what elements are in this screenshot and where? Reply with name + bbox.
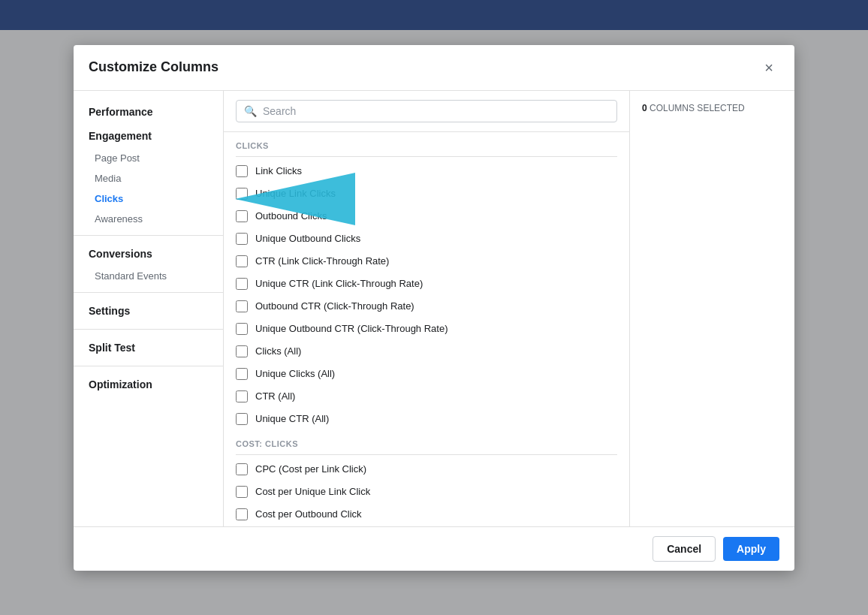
apply-button[interactable]: Apply [723, 537, 779, 561]
checkbox-label-cost-unique-link: Cost per Unique Link Click [255, 486, 370, 497]
checkbox-label-cost-outbound: Cost per Outbound Click [255, 508, 362, 520]
checkbox-cost-outbound[interactable] [236, 508, 248, 520]
checkbox-unique-ctr-link[interactable] [236, 278, 248, 290]
sidebar-item-media[interactable]: Media [74, 168, 223, 188]
checkbox-item-unique-clicks-all[interactable]: Unique Clicks (All) [236, 363, 617, 385]
checkbox-unique-outbound-clicks[interactable] [236, 233, 248, 245]
checkbox-item-unique-ctr-link[interactable]: Unique CTR (Link Click-Through Rate) [236, 273, 617, 295]
checkbox-unique-link-clicks[interactable] [236, 188, 248, 200]
cancel-button[interactable]: Cancel [653, 536, 716, 562]
checkbox-item-unique-outbound-clicks[interactable]: Unique Outbound Clicks [236, 228, 617, 250]
checkbox-item-ctr-all[interactable]: CTR (All) [236, 385, 617, 408]
sidebar-item-awareness[interactable]: Awareness [74, 209, 223, 229]
checkbox-label-ctr-all: CTR (All) [255, 390, 295, 402]
sidebar-divider-4 [74, 366, 223, 366]
checkbox-label-link-clicks: Link Clicks [255, 165, 302, 176]
checkbox-item-outbound-ctr[interactable]: Outbound CTR (Click-Through Rate) [236, 295, 617, 318]
checkbox-unique-outbound-ctr[interactable] [236, 323, 248, 335]
checkbox-link-clicks[interactable] [236, 165, 248, 177]
checkbox-outbound-ctr[interactable] [236, 300, 248, 312]
search-bar: 🔍 [236, 100, 617, 122]
checkbox-label-clicks-all: Clicks (All) [255, 345, 301, 357]
checkbox-item-ctr-link[interactable]: CTR (Link Click-Through Rate) [236, 250, 617, 273]
sidebar-divider-2 [74, 292, 223, 293]
sidebar-item-engagement[interactable]: Engagement [74, 124, 223, 148]
checkbox-cpc-link[interactable] [236, 463, 248, 475]
checkbox-label-unique-outbound-ctr: Unique Outbound CTR (Click-Through Rate) [255, 323, 448, 334]
sidebar-item-settings[interactable]: Settings [74, 299, 223, 323]
checkbox-label-outbound-clicks: Outbound Clicks [255, 210, 327, 222]
checkbox-item-cost-unique-link[interactable]: Cost per Unique Link Click [236, 481, 617, 503]
sidebar-divider-3 [74, 329, 223, 330]
checkbox-item-link-clicks[interactable]: Link Clicks [236, 160, 617, 182]
sidebar-item-optimization[interactable]: Optimization [74, 372, 223, 396]
checkbox-label-outbound-ctr: Outbound CTR (Click-Through Rate) [255, 300, 414, 312]
sidebar-item-split-test[interactable]: Split Test [74, 336, 223, 360]
cost-clicks-items: CPC (Cost per Link Click)Cost per Unique… [236, 458, 617, 526]
checkbox-unique-ctr-all[interactable] [236, 413, 248, 425]
checkbox-item-unique-outbound-ctr[interactable]: Unique Outbound CTR (Click-Through Rate) [236, 318, 617, 340]
sidebar-item-conversions[interactable]: Conversions [74, 242, 223, 266]
checkbox-item-outbound-clicks[interactable]: Outbound Clicks [236, 205, 617, 228]
columns-count: 0 [642, 103, 647, 113]
search-icon: 🔍 [244, 105, 257, 117]
search-input[interactable] [263, 105, 609, 117]
sidebar: Performance Engagement Page Post Media C… [74, 91, 224, 526]
checkbox-unique-clicks-all[interactable] [236, 368, 248, 380]
sidebar-item-clicks[interactable]: Clicks [74, 188, 223, 209]
checkbox-ctr-link[interactable] [236, 255, 248, 267]
checkboxes-area: CLICKS Link ClicksUnique Link ClicksOutb… [224, 132, 629, 526]
sidebar-divider [74, 235, 223, 236]
checkbox-label-unique-outbound-clicks: Unique Outbound Clicks [255, 233, 360, 244]
checkbox-label-ctr-link: CTR (Link Click-Through Rate) [255, 255, 389, 267]
checkbox-item-cost-outbound[interactable]: Cost per Outbound Click [236, 503, 617, 526]
checkbox-cost-unique-link[interactable] [236, 486, 248, 498]
modal-footer: Cancel Apply [74, 526, 794, 571]
columns-selected-label: COLUMNS SELECTED [649, 103, 745, 113]
checkbox-item-unique-ctr-all[interactable]: Unique CTR (All) [236, 408, 617, 430]
modal-body: Performance Engagement Page Post Media C… [74, 91, 794, 526]
checkbox-outbound-clicks[interactable] [236, 210, 248, 222]
checkbox-label-unique-clicks-all: Unique Clicks (All) [255, 368, 335, 379]
close-button[interactable]: × [758, 57, 779, 78]
search-bar-wrapper: 🔍 [224, 91, 629, 132]
checkbox-label-unique-link-clicks: Unique Link Clicks [255, 188, 336, 199]
right-panel: 0 COLUMNS SELECTED [629, 91, 794, 526]
checkbox-ctr-all[interactable] [236, 390, 248, 402]
checkbox-label-cpc-link: CPC (Cost per Link Click) [255, 463, 366, 475]
modal-title: Customize Columns [89, 59, 219, 75]
sidebar-item-performance[interactable]: Performance [74, 100, 223, 124]
checkbox-label-unique-ctr-link: Unique CTR (Link Click-Through Rate) [255, 278, 423, 289]
modal-header: Customize Columns × [74, 45, 794, 91]
checkbox-item-clicks-all[interactable]: Clicks (All) [236, 340, 617, 363]
columns-selected: 0 COLUMNS SELECTED [642, 103, 782, 113]
checkbox-label-unique-ctr-all: Unique CTR (All) [255, 413, 329, 424]
checkbox-item-unique-link-clicks[interactable]: Unique Link Clicks [236, 182, 617, 205]
checkbox-clicks-all[interactable] [236, 345, 248, 357]
main-content: 🔍 CLICKS Link ClicksUnique Link ClicksOu… [224, 91, 629, 526]
customize-columns-modal: Customize Columns × Performance Engageme… [74, 45, 794, 571]
clicks-items: Link ClicksUnique Link ClicksOutbound Cl… [236, 160, 617, 430]
sidebar-item-page-post[interactable]: Page Post [74, 148, 223, 168]
checkbox-item-cpc-link[interactable]: CPC (Cost per Link Click) [236, 458, 617, 481]
sidebar-item-standard-events[interactable]: Standard Events [74, 266, 223, 286]
clicks-section-header: CLICKS [236, 132, 617, 157]
cost-clicks-section-header: COST: CLICKS [236, 430, 617, 455]
